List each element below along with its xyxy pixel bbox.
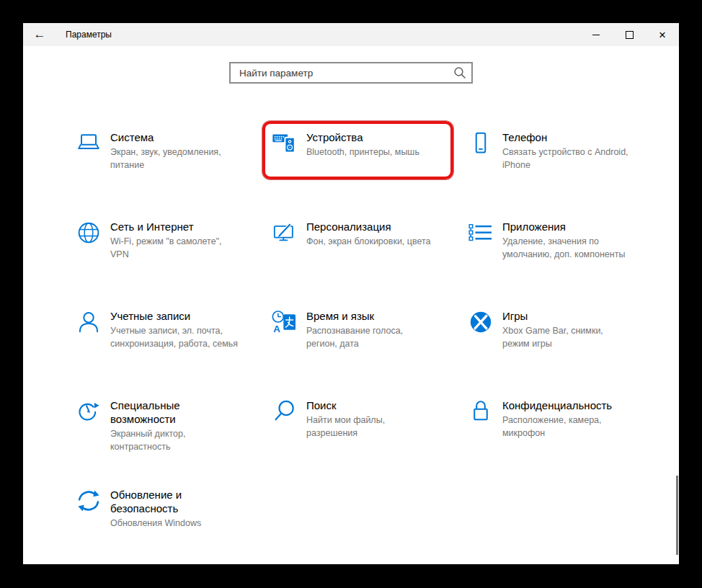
tile-title: Телефон: [502, 130, 645, 144]
close-icon: ×: [659, 29, 666, 41]
tile-accessibility[interactable]: Специальные возможности Экранный диктор,…: [68, 391, 256, 446]
tile-title: Игры: [502, 309, 645, 323]
tile-subtitle: Найти мои файлы, разрешения: [306, 414, 449, 440]
apps-icon: [466, 218, 495, 247]
tile-privacy[interactable]: Конфиденциальность Расположение, камера,…: [460, 391, 648, 446]
devices-icon: [270, 129, 299, 158]
tile-title: Сеть и Интернет: [110, 220, 253, 233]
scrollbar[interactable]: [676, 476, 678, 555]
tile-subtitle: Bluetooth, принтеры, мышь: [306, 146, 449, 159]
tile-title: Обновление и безопасность: [110, 488, 253, 515]
globe-icon: [74, 218, 103, 247]
tile-phone[interactable]: Телефон Связать устройство с Android, iP…: [460, 122, 648, 178]
tile-subtitle: Учетные записи, эл. почта, синхронизация…: [110, 325, 253, 350]
personalization-icon: [270, 218, 299, 247]
maximize-icon: [626, 31, 634, 39]
search-category-icon: [270, 397, 299, 426]
titlebar-drag-area[interactable]: [112, 23, 579, 46]
minimize-button[interactable]: [579, 23, 613, 46]
search-icon[interactable]: [453, 66, 466, 79]
maximize-button[interactable]: [613, 23, 646, 46]
laptop-icon: [74, 129, 103, 158]
window-title: Параметры: [56, 23, 112, 46]
back-button[interactable]: ←: [23, 23, 56, 46]
tile-subtitle: Экран, звук, уведомления, питание: [110, 146, 253, 172]
tile-subtitle: Связать устройство с Android, iPhone: [502, 146, 645, 172]
tile-subtitle: Расположение, камера, микрофон: [502, 414, 645, 440]
settings-grid: Система Экран, звук, уведомления, питани…: [68, 122, 656, 569]
tile-title: Приложения: [502, 220, 645, 233]
accounts-icon: [74, 308, 103, 337]
tile-accounts[interactable]: Учетные записи Учетные записи, эл. почта…: [68, 301, 256, 357]
tile-subtitle: Xbox Game Bar, снимки, режим игры: [502, 325, 645, 350]
tile-subtitle: Удаление, значения по умолчанию, доп. ко…: [502, 236, 645, 261]
tile-title: Система: [110, 130, 253, 144]
tile-subtitle: Распознавание голоса, регион, дата: [306, 325, 449, 350]
tile-update[interactable]: Обновление и безопасность Обновления Win…: [68, 480, 256, 535]
tile-subtitle: Wi-Fi, режим "в самолете", VPN: [110, 236, 253, 261]
tile-title: Персонализация: [306, 220, 449, 233]
settings-window: ← Параметры × Система Экран, звук, уведо…: [23, 23, 679, 564]
tile-title: Специальные возможности: [110, 398, 253, 426]
tile-apps[interactable]: Приложения Удаление, значения по умолчан…: [460, 212, 648, 267]
tile-title: Учетные записи: [110, 309, 253, 323]
tile-title: Устройства: [306, 130, 449, 144]
update-icon: [74, 486, 103, 515]
tile-globe[interactable]: Сеть и Интернет Wi-Fi, режим "в самолете…: [68, 212, 256, 267]
close-button[interactable]: ×: [646, 23, 679, 46]
back-arrow-icon: ←: [34, 27, 46, 41]
tile-laptop[interactable]: Система Экран, звук, уведомления, питани…: [68, 122, 256, 178]
titlebar[interactable]: ← Параметры ×: [23, 23, 679, 46]
tile-subtitle: Фон, экран блокировки, цвета: [306, 236, 449, 249]
accessibility-icon: [74, 397, 103, 426]
time-language-icon: [270, 308, 299, 337]
tile-search-category[interactable]: Поиск Найти мои файлы, разрешения: [264, 391, 452, 446]
tile-time-language[interactable]: Время и язык Распознавание голоса, регио…: [264, 301, 452, 357]
tile-title: Время и язык: [306, 309, 449, 323]
tile-personalization[interactable]: Персонализация Фон, экран блокировки, цв…: [264, 212, 452, 267]
tile-games[interactable]: Игры Xbox Game Bar, снимки, режим игры: [460, 301, 648, 357]
tile-subtitle: Обновления Windows: [110, 517, 253, 530]
search-input[interactable]: [229, 62, 473, 84]
tile-subtitle: Экранный диктор, контрастность: [110, 428, 253, 453]
phone-icon: [466, 129, 495, 158]
minimize-icon: [592, 35, 600, 35]
search-box: [229, 62, 473, 84]
games-icon: [466, 308, 495, 337]
tile-title: Поиск: [306, 398, 449, 412]
privacy-icon: [466, 397, 495, 426]
tile-title: Конфиденциальность: [502, 398, 645, 412]
tile-devices[interactable]: Устройства Bluetooth, принтеры, мышь: [264, 122, 452, 178]
